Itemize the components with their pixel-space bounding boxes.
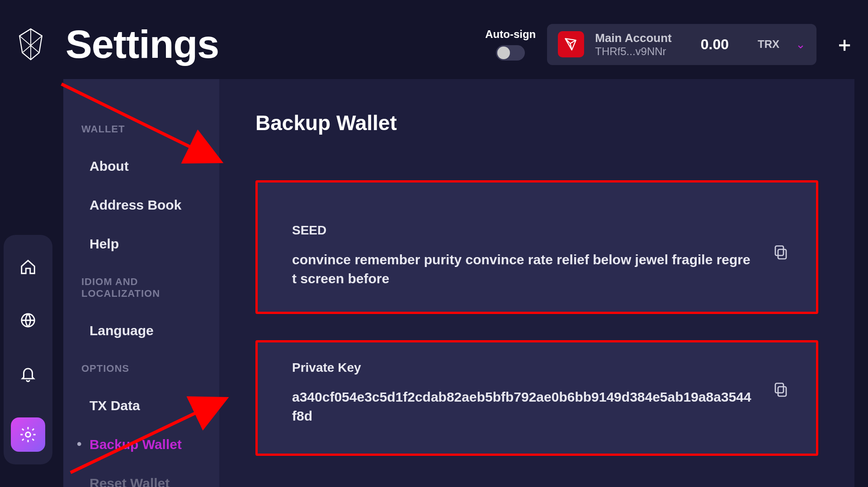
copy-private-key-button[interactable]	[773, 381, 789, 398]
sidebar-item-address-book[interactable]: Address Book	[63, 186, 219, 225]
settings-sidebar: WALLET About Address Book Help IDIOM AND…	[63, 79, 219, 487]
sidebar-item-language[interactable]: Language	[63, 311, 219, 350]
toggle-knob	[497, 47, 510, 59]
sidebar-item-backup-wallet[interactable]: Backup Wallet	[63, 425, 219, 464]
app-logo	[14, 24, 47, 65]
chevron-down-icon: ⌄	[796, 37, 806, 52]
seed-label: SEED	[292, 223, 755, 238]
account-balance: 0.00	[701, 36, 729, 53]
section-idiom: IDIOM AND LOCALIZATION	[63, 276, 219, 311]
private-key-label: Private Key	[292, 361, 755, 375]
svg-rect-2	[778, 249, 786, 259]
header: Settings Auto-sign Main Account THRf5...…	[14, 22, 854, 67]
seed-value: convince remember purity convince rate r…	[292, 250, 755, 288]
svg-rect-5	[775, 384, 783, 393]
svg-rect-4	[778, 387, 786, 396]
globe-icon[interactable]	[19, 311, 38, 330]
main-panel: WALLET About Address Book Help IDIOM AND…	[63, 79, 854, 487]
account-address: THRf5...v9NNr	[595, 45, 671, 58]
tron-icon	[558, 31, 584, 57]
seed-card: SEED convince remember purity convince r…	[255, 180, 818, 314]
left-rail	[4, 235, 52, 464]
sidebar-item-about[interactable]: About	[63, 147, 219, 186]
section-wallet: WALLET	[63, 123, 219, 147]
sidebar-item-reset-wallet[interactable]: Reset Wallet	[63, 464, 219, 487]
autosign-toggle[interactable]	[496, 45, 525, 61]
autosign-toggle-group: Auto-sign	[485, 28, 536, 61]
sidebar-item-tx-data[interactable]: TX Data	[63, 386, 219, 425]
gear-icon[interactable]	[11, 417, 45, 452]
content-title: Backup Wallet	[255, 111, 818, 135]
account-name: Main Account	[595, 31, 671, 45]
svg-rect-3	[775, 246, 783, 256]
home-icon[interactable]	[19, 258, 38, 276]
content-area: Backup Wallet SEED convince remember pur…	[219, 79, 854, 487]
copy-seed-button[interactable]	[773, 244, 789, 260]
sidebar-item-help[interactable]: Help	[63, 225, 219, 263]
autosign-label: Auto-sign	[485, 28, 536, 41]
account-symbol: TRX	[758, 38, 779, 51]
section-options: OPTIONS	[63, 363, 219, 386]
account-text: Main Account THRf5...v9NNr	[595, 31, 671, 58]
bell-icon[interactable]	[19, 364, 38, 383]
add-account-button[interactable]: ＋	[835, 31, 854, 58]
page-title: Settings	[66, 21, 219, 67]
private-key-value: a340cf054e3c5d1f2cdab82aeb5bfb792ae0b6bb…	[292, 388, 755, 426]
private-key-card: Private Key a340cf054e3c5d1f2cdab82aeb5b…	[255, 340, 818, 456]
account-selector[interactable]: Main Account THRf5...v9NNr 0.00 TRX ⌄	[547, 24, 816, 65]
svg-point-1	[26, 432, 31, 437]
